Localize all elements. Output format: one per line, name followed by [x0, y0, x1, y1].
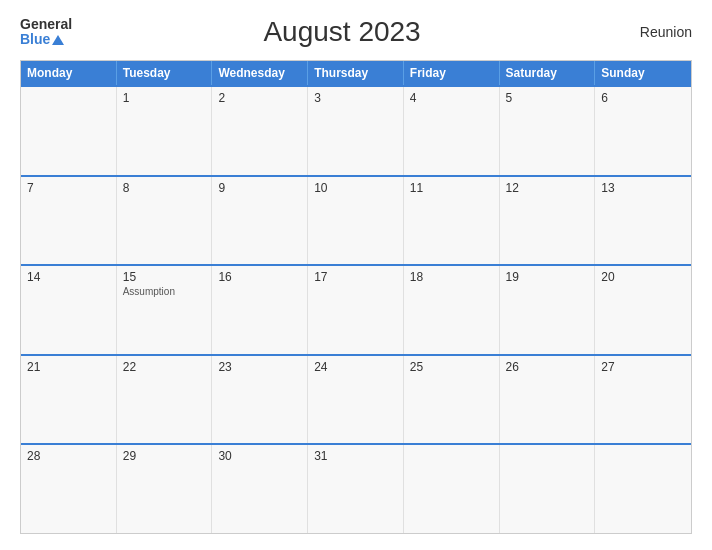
day-number: 23	[218, 360, 301, 374]
calendar-day	[500, 445, 596, 533]
day-number: 5	[506, 91, 589, 105]
calendar-day: 2	[212, 87, 308, 175]
calendar-day: 15Assumption	[117, 266, 213, 354]
calendar: MondayTuesdayWednesdayThursdayFridaySatu…	[20, 60, 692, 534]
calendar-day: 28	[21, 445, 117, 533]
logo-general-text: General	[20, 17, 72, 32]
day-number: 15	[123, 270, 206, 284]
day-of-week-header: Thursday	[308, 61, 404, 85]
calendar-day: 21	[21, 356, 117, 444]
day-of-week-header: Saturday	[500, 61, 596, 85]
calendar-day: 5	[500, 87, 596, 175]
day-number: 8	[123, 181, 206, 195]
calendar-day: 13	[595, 177, 691, 265]
calendar-day: 29	[117, 445, 213, 533]
day-number: 1	[123, 91, 206, 105]
day-number: 20	[601, 270, 685, 284]
day-of-week-header: Sunday	[595, 61, 691, 85]
calendar-day: 20	[595, 266, 691, 354]
page-header: General Blue August 2023 Reunion	[20, 16, 692, 48]
calendar-day	[404, 445, 500, 533]
calendar-day: 26	[500, 356, 596, 444]
day-number: 30	[218, 449, 301, 463]
calendar-day: 25	[404, 356, 500, 444]
calendar-day: 7	[21, 177, 117, 265]
day-number: 10	[314, 181, 397, 195]
day-number: 13	[601, 181, 685, 195]
logo-triangle-icon	[52, 35, 64, 45]
calendar-day: 16	[212, 266, 308, 354]
calendar-day: 11	[404, 177, 500, 265]
calendar-day: 22	[117, 356, 213, 444]
calendar-title: August 2023	[72, 16, 612, 48]
calendar-day: 19	[500, 266, 596, 354]
day-number: 3	[314, 91, 397, 105]
day-number: 9	[218, 181, 301, 195]
day-number: 25	[410, 360, 493, 374]
calendar-week: 1415Assumption1617181920	[21, 264, 691, 354]
day-of-week-header: Wednesday	[212, 61, 308, 85]
calendar-week: 78910111213	[21, 175, 691, 265]
calendar-week: 28293031	[21, 443, 691, 533]
calendar-day: 18	[404, 266, 500, 354]
calendar-day: 17	[308, 266, 404, 354]
day-number: 14	[27, 270, 110, 284]
calendar-day: 10	[308, 177, 404, 265]
calendar-day: 6	[595, 87, 691, 175]
day-number: 29	[123, 449, 206, 463]
day-event: Assumption	[123, 286, 206, 297]
calendar-week: 21222324252627	[21, 354, 691, 444]
calendar-day: 30	[212, 445, 308, 533]
calendar-day: 9	[212, 177, 308, 265]
calendar-day	[21, 87, 117, 175]
day-number: 22	[123, 360, 206, 374]
region-label: Reunion	[612, 24, 692, 40]
day-number: 11	[410, 181, 493, 195]
calendar-body: 123456789101112131415Assumption161718192…	[21, 85, 691, 533]
calendar-day: 14	[21, 266, 117, 354]
day-number: 28	[27, 449, 110, 463]
calendar-day: 1	[117, 87, 213, 175]
logo-blue-text: Blue	[20, 32, 72, 47]
day-number: 19	[506, 270, 589, 284]
day-number: 17	[314, 270, 397, 284]
day-number: 4	[410, 91, 493, 105]
calendar-day: 24	[308, 356, 404, 444]
day-number: 31	[314, 449, 397, 463]
day-of-week-header: Tuesday	[117, 61, 213, 85]
day-number: 18	[410, 270, 493, 284]
calendar-week: 123456	[21, 85, 691, 175]
day-number: 12	[506, 181, 589, 195]
calendar-day	[595, 445, 691, 533]
day-number: 26	[506, 360, 589, 374]
day-number: 24	[314, 360, 397, 374]
calendar-day: 4	[404, 87, 500, 175]
calendar-day: 23	[212, 356, 308, 444]
calendar-day: 27	[595, 356, 691, 444]
calendar-day: 8	[117, 177, 213, 265]
day-number: 21	[27, 360, 110, 374]
day-number: 7	[27, 181, 110, 195]
day-number: 2	[218, 91, 301, 105]
day-number: 16	[218, 270, 301, 284]
calendar-day: 31	[308, 445, 404, 533]
calendar-day: 3	[308, 87, 404, 175]
day-of-week-header: Friday	[404, 61, 500, 85]
calendar-day: 12	[500, 177, 596, 265]
logo: General Blue	[20, 17, 72, 48]
day-number: 6	[601, 91, 685, 105]
calendar-header: MondayTuesdayWednesdayThursdayFridaySatu…	[21, 61, 691, 85]
day-of-week-header: Monday	[21, 61, 117, 85]
day-number: 27	[601, 360, 685, 374]
